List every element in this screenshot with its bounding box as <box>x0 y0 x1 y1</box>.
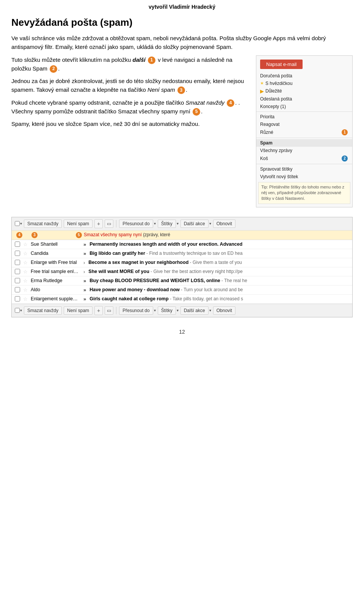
table-row[interactable]: ☆ Candida » Big libido can gratify her -… <box>12 249 352 258</box>
bottom-more-actions-dropdown[interactable]: Další akce ▾ <box>180 306 211 315</box>
sidebar-item-priority[interactable]: Priorita <box>256 113 352 121</box>
row-checkbox-3[interactable] <box>15 260 20 265</box>
labels-dropdown-arrow[interactable]: ▾ <box>177 221 179 226</box>
bottom-checkbox-dropdown-arrow[interactable]: ▾ <box>20 308 22 312</box>
sidebar-item-inbox-label: Doručená pošta <box>260 73 348 78</box>
bottom-more-actions-button[interactable]: Další akce <box>180 306 209 315</box>
move-to-dropdown[interactable]: Přesunout do ▾ <box>119 220 155 228</box>
row-checkbox-2[interactable] <box>15 251 20 256</box>
bottom-move-to-dropdown[interactable]: Přesunout do ▾ <box>119 306 155 315</box>
row-checkbox-4[interactable] <box>15 269 20 274</box>
important-icon: ▶ <box>260 88 264 94</box>
bottom-more-dropdown-arrow[interactable]: ▾ <box>209 308 211 312</box>
email-body-1[interactable]: Permanently increases length and width o… <box>89 242 349 247</box>
sidebar-item-inbox[interactable]: Doručená pošta <box>256 72 352 80</box>
bottom-labels-dropdown[interactable]: Štítky ▾ <box>158 306 179 315</box>
table-row[interactable]: ☆ Aldo » Have power and money - download… <box>12 286 352 295</box>
sidebar-item-trash-label: Koš <box>260 156 341 161</box>
email-list: ☆ Sue Shantell » Permanently increases l… <box>12 240 352 304</box>
table-row[interactable]: ☆ Sue Shantell » Permanently increases l… <box>12 240 352 249</box>
star-icon-7[interactable]: ☆ <box>23 296 28 302</box>
star-icon-4[interactable]: ☆ <box>23 269 28 275</box>
star-icon-5[interactable]: ☆ <box>23 278 28 284</box>
table-row[interactable]: ☆ Enlargement supplement f » Girls caugh… <box>12 295 352 304</box>
bottom-select-all-area[interactable]: ▾ <box>15 308 22 313</box>
bottom-not-spam-button[interactable]: Není spam <box>64 306 93 315</box>
bottom-move-dropdown-arrow[interactable]: ▾ <box>154 308 156 312</box>
sidebar-item-trash[interactable]: Koš 2 <box>256 154 352 163</box>
sidebar-item-sent[interactable]: Odeslaná pošta <box>256 95 352 103</box>
bottom-toolbar: ▾ Smazat navždy Není spam + ▭ Přesunout … <box>12 304 352 317</box>
star-icon-3[interactable]: ☆ <box>23 260 28 265</box>
toolbar-badge-4: 4 <box>16 232 22 238</box>
add-button[interactable]: + <box>94 219 103 228</box>
sidebar-item-starred[interactable]: ★ S hvězdičkou <box>256 80 352 87</box>
sender-6: Aldo <box>31 287 80 292</box>
move-to-button[interactable]: Přesunout do <box>119 220 153 228</box>
table-row[interactable]: ☆ Erma Rutledge » Buy cheap BLOOD PRESSU… <box>12 276 352 286</box>
email-body-6[interactable]: Have power and money - download now - Tu… <box>89 287 349 292</box>
snippet-6: - Turn your luck around and be <box>180 287 243 292</box>
select-all-checkbox[interactable] <box>15 221 20 226</box>
labels-button[interactable]: Štítky <box>158 220 176 228</box>
table-row[interactable]: ☆ Free trial sample enlarg. › She will w… <box>12 267 352 276</box>
star-icon-2[interactable]: ☆ <box>23 251 28 256</box>
move-dropdown-arrow[interactable]: ▾ <box>154 221 156 226</box>
checkbox-dropdown-arrow[interactable]: ▾ <box>20 221 22 226</box>
bottom-add-button[interactable]: + <box>94 306 103 315</box>
sidebar-item-drafts[interactable]: Koncepty (1) <box>256 103 352 110</box>
row-checkbox-1[interactable] <box>15 242 20 247</box>
not-spam-button[interactable]: Není spam <box>64 220 93 228</box>
more-actions-button[interactable]: Další akce <box>180 220 209 228</box>
row-checkbox-6[interactable] <box>15 287 20 292</box>
icon-btn-1[interactable]: ▭ <box>105 220 113 228</box>
sidebar-item-respond[interactable]: Reagovat <box>256 121 352 128</box>
gmail-sidebar: Napsat e-mail Doručená pošta ★ S hvězdič… <box>256 55 353 207</box>
subject-3: Become a sex magnet in your neighborhood <box>88 260 188 265</box>
gmail-sidebar-screenshot: Napsat e-mail Doručená pošta ★ S hvězdič… <box>256 55 353 207</box>
email-body-4[interactable]: She will want MORE of you - Give her the… <box>88 269 349 274</box>
bottom-labels-button[interactable]: Štítky <box>158 306 176 315</box>
sidebar-item-spam[interactable]: Spam <box>256 139 352 147</box>
bottom-move-to-button[interactable]: Přesunout do <box>119 306 153 315</box>
gmail-tip: Tip: Přetáhněte štítky do tohoto menu ne… <box>258 182 350 204</box>
bottom-refresh-button[interactable]: Obnovit <box>213 306 235 315</box>
star-icon-1[interactable]: ☆ <box>23 242 28 247</box>
paragraph-5: Spamy, které jsou ve složce Spam více, n… <box>11 119 249 128</box>
bottom-labels-dropdown-arrow[interactable]: ▾ <box>177 308 179 312</box>
email-body-3[interactable]: Become a sex magnet in your neighborhood… <box>88 260 349 265</box>
trash-badge: 2 <box>342 155 348 162</box>
sender-3: Enlarge with Free trial <box>31 260 80 265</box>
delete-forever-button[interactable]: Smazat navždy <box>24 220 62 228</box>
refresh-button[interactable]: Obnovit <box>213 220 235 228</box>
sender-1: Sue Shantell <box>31 242 80 247</box>
more-dropdown-arrow[interactable]: ▾ <box>209 221 211 226</box>
star-icon-6[interactable]: ☆ <box>23 287 28 293</box>
arrow-5: » <box>83 278 86 284</box>
arrow-7: » <box>83 296 86 302</box>
compose-button[interactable]: Napsat e-mail <box>260 60 303 69</box>
table-row[interactable]: ☆ Enlarge with Free trial › Become a sex… <box>12 258 352 267</box>
bottom-select-all-checkbox[interactable] <box>15 308 20 313</box>
email-body-7[interactable]: Girls caught naked at college romp - Tak… <box>89 296 349 301</box>
sidebar-item-all[interactable]: Všechny zprávy <box>256 147 352 154</box>
email-list-container: ▾ Smazat navždy Není spam + ▭ Přesunout … <box>11 217 353 317</box>
email-body-2[interactable]: Big libido can gratify her - Find a trus… <box>89 251 349 256</box>
author-text: vytvořil Vladimír Hradecký <box>149 4 215 10</box>
sidebar-item-new-label[interactable]: Vytvořit nový štítek <box>256 173 352 180</box>
more-actions-dropdown[interactable]: Další akce ▾ <box>180 220 211 228</box>
toolbar-badge-3: 3 <box>31 232 38 238</box>
labels-dropdown[interactable]: Štítky ▾ <box>158 220 179 228</box>
row-checkbox-7[interactable] <box>15 296 20 301</box>
bottom-icon-btn-1[interactable]: ▭ <box>105 306 113 315</box>
row-checkbox-5[interactable] <box>15 278 20 283</box>
bottom-delete-forever-button[interactable]: Smazat navždy <box>24 306 62 315</box>
sidebar-item-important[interactable]: ▶ Důležité <box>256 87 352 95</box>
sidebar-item-manage-labels[interactable]: Spravovat štítky <box>256 165 352 173</box>
page-footer: 12 <box>0 317 364 339</box>
email-body-5[interactable]: Buy cheap BLOOD PRESSURE and WEIGHT LOSS… <box>89 278 349 283</box>
select-all-checkbox-area[interactable]: ▾ <box>15 221 22 226</box>
delete-all-spam-link[interactable]: Smazat všechny spamy nyní <box>84 232 142 237</box>
badge-3: 3 <box>177 86 185 94</box>
sidebar-item-misc[interactable]: Různé 1 <box>256 128 352 137</box>
